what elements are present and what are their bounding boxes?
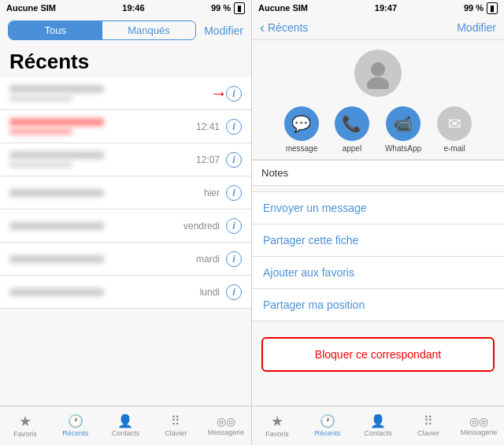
right-battery: 99 % [464,3,484,13]
battery-icon: ▮ [234,2,245,14]
left-top-nav: Tous Manqués Modifier [0,16,251,45]
action-whatsapp-wrap: 📹 WhatsApp [385,106,421,153]
tab-contacts-left[interactable]: 👤 Contacts [101,406,151,445]
chevron-left-icon: ‹ [260,20,265,35]
back-button[interactable]: ‹ Récents [260,20,308,35]
call-item: 12:07 i [0,143,251,176]
call-time-2: 12:41 [196,121,220,132]
voicemail-icon-r: ◎◎ [469,416,488,427]
partager-position-btn[interactable]: Partager ma position [252,289,504,321]
right-nav: ‹ Récents Modifier [252,16,504,40]
bloquer-correspondant-btn[interactable]: Bloquer ce correspondant [261,337,495,372]
call-time-7: lundi [200,287,220,298]
avatar-icon [362,57,394,89]
call-item-info [9,222,183,230]
info-btn-1[interactable]: i [226,86,242,102]
person-icon-r: 👤 [370,415,386,428]
phone-icon: 📞 [342,114,361,133]
tab-label-clavier-right: Clavier [417,429,439,437]
ajouter-favoris-btn[interactable]: Ajouter aux favoris [252,257,504,289]
left-modifier-btn[interactable]: Modifier [204,24,243,37]
call-item-info [9,151,196,168]
message-icon: 💬 [291,114,311,133]
tab-label-messagerie-left: Messagerie [208,428,245,436]
call-name-6 [9,255,104,263]
call-time-5: vendredi [183,221,220,232]
call-time-3: 12:07 [196,154,220,165]
call-name-blur [9,85,104,93]
left-status-bar: Aucune SIM 19:46 99 % ▮ [0,0,251,16]
tab-label-favoris-right: Favoris [265,430,289,438]
right-modifier-btn[interactable]: Modifier [457,21,496,34]
tab-clavier-right[interactable]: ⠿ Clavier [403,406,454,445]
message-action-btn[interactable]: 💬 [284,106,319,141]
right-status-bar: Aucune SIM 19:47 99 % ▮ [252,0,504,16]
call-item-info [9,85,226,102]
info-btn-4[interactable]: i [226,185,242,201]
partager-fiche-btn[interactable]: Partager cette fiche [252,224,504,257]
red-arrow: → [210,83,228,104]
tab-recents-right[interactable]: 🕐 Récents [302,406,353,445]
call-item: vendredi i [0,210,251,243]
tab-label-clavier-left: Clavier [165,429,187,437]
tab-label-recents-right: Récents [314,429,340,437]
spacer [252,186,504,192]
tab-messagerie-right[interactable]: ◎◎ Messagerie [454,406,504,445]
tab-favoris-right[interactable]: ★ Favoris [252,406,302,445]
call-item: mardi i [0,243,251,276]
tab-label-recents-left: Récents [62,429,88,437]
tab-label-favoris-left: Favoris [13,430,37,438]
email-icon: ✉ [448,114,461,133]
star-icon-r: ★ [271,414,284,428]
whatsapp-action-label: WhatsApp [385,144,421,153]
segment-control: Tous Manqués [8,20,196,40]
call-time-6: mardi [196,254,220,265]
tab-contacts-right[interactable]: 👤 Contacts [353,406,403,445]
svg-point-1 [367,77,389,89]
info-btn-2[interactable]: i [226,119,242,135]
recents-title: Récents [0,45,251,77]
info-btn-5[interactable]: i [226,218,242,234]
segment-tous[interactable]: Tous [9,21,102,39]
call-name-4 [9,189,104,197]
call-item-info [9,118,196,135]
tab-clavier-left[interactable]: ⠿ Clavier [150,406,201,445]
tab-label-contacts-left: Contacts [112,429,140,437]
tab-recents-left[interactable]: 🕐 Récents [50,406,101,445]
tab-label-messagerie-right: Messagerie [461,428,498,436]
call-item: lundi i [0,276,251,309]
call-item: → i [0,77,251,110]
call-name-7 [9,288,104,296]
contact-avatar [354,50,402,97]
left-panel: Aucune SIM 19:46 99 % ▮ Tous Manqués Mod… [0,0,252,445]
call-item-info [9,255,196,263]
right-carrier: Aucune SIM [258,3,308,13]
tab-messagerie-left[interactable]: ◎◎ Messagerie [201,406,251,445]
right-time: 19:47 [375,3,397,13]
voicemail-icon: ◎◎ [217,416,235,427]
whatsapp-action-btn[interactable]: 📹 [386,106,421,141]
person-icon: 👤 [117,415,133,428]
info-btn-7[interactable]: i [226,284,242,300]
appel-action-btn[interactable]: 📞 [335,106,369,141]
call-name-3 [9,151,104,159]
action-buttons: 💬 message 📞 appel 📹 WhatsApp ✉ [284,106,472,153]
appel-action-label: appel [343,144,361,153]
envoyer-message-btn[interactable]: Envoyer un message [252,192,504,224]
info-btn-3[interactable]: i [226,152,242,168]
keypad-icon: ⠿ [171,415,180,428]
call-sub-3 [9,161,72,168]
segment-manques[interactable]: Manqués [102,21,196,39]
email-action-btn[interactable]: ✉ [437,106,472,141]
tab-favoris-left[interactable]: ★ Favoris [0,406,50,445]
clock-icon: 🕐 [68,415,83,428]
action-list: Envoyer un message Partager cette fiche … [252,186,504,406]
call-sub-missed [9,128,72,135]
right-panel: Aucune SIM 19:47 99 % ▮ ‹ Récents Modifi… [252,0,504,445]
action-message-wrap: 💬 message [284,106,319,153]
right-battery-wrap: 99 % ▮ [464,2,498,14]
contact-header: 💬 message 📞 appel 📹 WhatsApp ✉ [252,40,504,160]
notes-label: Notes [261,167,288,179]
action-appel-wrap: 📞 appel [335,106,369,153]
info-btn-6[interactable]: i [226,251,242,267]
